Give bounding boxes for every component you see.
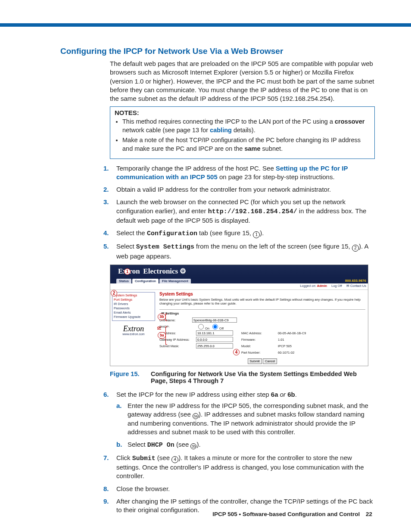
side-email-alerts[interactable]: Email Alerts (114, 311, 153, 315)
figure-caption: Configuring for Network Use Via the Syst… (151, 370, 375, 384)
ip-address-input[interactable] (196, 330, 233, 336)
webshot: Extron Electronics ⚙ Status Configuratio… (110, 264, 368, 366)
callout-3b: 3b (158, 314, 166, 320)
gateway-label: Gateway IP Address: (159, 338, 196, 342)
sidebar-menu: System Settings Port Settings IR Drivers… (112, 292, 155, 321)
firmware-label: Firmware: (241, 338, 278, 342)
dhcp-off-radio[interactable] (212, 324, 218, 330)
step-4: 4. Select the Configuration tab (see fig… (103, 229, 375, 238)
bracket-3a (165, 327, 167, 345)
subnet-input[interactable] (196, 343, 233, 348)
contact-link[interactable]: ✉ Contact Us (346, 284, 366, 288)
cancel-button[interactable]: Cancel (263, 358, 277, 364)
callout-3a-ref: 3a (193, 413, 199, 419)
top-strip: Logged on: Admin Log Off ✉ Contact Us (110, 283, 368, 290)
side-passwords[interactable]: Passwords (114, 306, 153, 311)
tab-configuration[interactable]: Configuration (132, 279, 159, 283)
callout-1: 1 (124, 268, 131, 275)
dhcp-label: DHCP: (159, 325, 196, 329)
webshot-tabs: Status Configuration File Management 800… (110, 277, 368, 283)
unit-name-input[interactable] (192, 317, 237, 323)
subnet-label: Subnet Mask: (159, 344, 196, 348)
callout-2: 2 (111, 290, 117, 296)
model-label: Model: (241, 344, 278, 348)
callout-3b-ref: 3b (190, 443, 196, 449)
step-6: 6. Set the IPCP for the new IP address u… (103, 390, 375, 450)
gateway-input[interactable] (196, 337, 233, 342)
callout-1-ref: 1 (253, 231, 260, 238)
side-firmware[interactable]: Firmware Upgrade (114, 315, 153, 319)
logoff-link[interactable]: Log Off (331, 284, 342, 288)
part-value: 60-1071-02 (278, 351, 294, 355)
logged-user: Admin (317, 284, 327, 288)
footer-page: 22 (366, 511, 372, 517)
callout-or: or (157, 325, 161, 330)
bracket-3b (165, 314, 167, 321)
step-8: 8.Close the browser. (103, 485, 375, 493)
step-6b: b. Select DHCP On (see 3b). (116, 440, 375, 450)
dhcp-on-radio[interactable] (198, 324, 204, 330)
panel-desc: Below are your Unit's basic System Setti… (159, 298, 365, 306)
footer-section: IPCP 505 • Software-based Configuration … (212, 511, 360, 517)
side-port-settings[interactable]: Port Settings (114, 298, 153, 302)
notes-box: NOTES: This method requires connecting t… (110, 106, 375, 159)
callout-4: 4 (233, 349, 240, 355)
phone-number: 800.633.9876 (345, 279, 366, 283)
step-2: 2.Obtain a valid IP address for the cont… (103, 185, 375, 194)
sidebar: System Settings Port Settings IR Drivers… (110, 290, 157, 366)
step-5: 5. Select System Settings from the menu … (103, 242, 375, 261)
note-1: This method requires connecting the IPCP… (122, 118, 370, 134)
panel-title: System Settings (159, 292, 365, 296)
part-label: Part Number: (241, 351, 278, 355)
mac-label: MAC Address: (241, 331, 278, 335)
webshot-header: Extron Electronics ⚙ (110, 265, 368, 277)
step-1: 1. Temporarily change the IP address of … (103, 164, 375, 182)
tab-status[interactable]: Status (116, 279, 131, 283)
submit-button[interactable]: Submit (248, 358, 262, 364)
intro-paragraph: The default web pages that are preloaded… (110, 59, 375, 103)
figure-15: Extron Electronics ⚙ Status Configuratio… (110, 264, 375, 366)
extron-url[interactable]: www.extron.com (112, 333, 155, 336)
callout-2-ref: 2 (352, 245, 359, 252)
callout-4-ref: 4 (171, 456, 178, 463)
sidebar-logo: Extron www.extron.com (112, 324, 155, 336)
page-heading: Configuring the IPCP for Network Use Via… (60, 47, 375, 56)
callout-3a: 3a (158, 332, 166, 339)
note-2: Make a note of the host TCP/IP configura… (122, 136, 370, 153)
figure-label: Figure 15. (110, 370, 151, 384)
firmware-value: 1.01 (278, 338, 284, 342)
top-blue-bar (0, 23, 411, 27)
page-footer: IPCP 505 • Software-based Configuration … (212, 511, 372, 517)
step-6a: a. Enter the new IP address for the IPCP… (116, 401, 375, 437)
tab-file-management[interactable]: File Management (159, 279, 191, 283)
side-system-settings[interactable]: System Settings (114, 293, 153, 298)
model-value: IPCP 505 (278, 344, 292, 348)
ip-settings-heading: IP Settings (161, 311, 365, 315)
step-3: 3. Launch the web browser on the connect… (103, 198, 375, 225)
notes-label: NOTES: (115, 109, 139, 116)
mac-value: 00-05-A6-06-1B-C9 (278, 331, 306, 335)
cabling-link[interactable]: cabling (210, 127, 232, 134)
main-panel: System Settings Below are your Unit's ba… (157, 290, 368, 366)
side-ir-drivers[interactable]: IR Drivers (114, 302, 153, 306)
step-7: 7. Click Submit (see 4). It takes a minu… (103, 454, 375, 481)
